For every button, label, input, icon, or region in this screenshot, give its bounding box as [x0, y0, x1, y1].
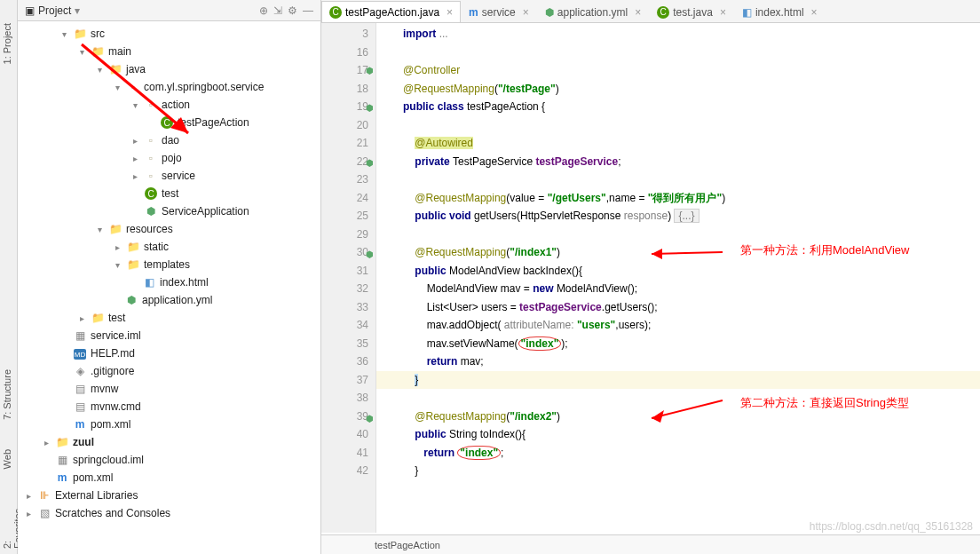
tree-node-action[interactable]: ▾▫action: [18, 96, 320, 114]
close-icon[interactable]: ×: [523, 6, 529, 19]
toolwindow-web-tab[interactable]: Web: [0, 444, 14, 474]
tree-node-java[interactable]: ▾📁java: [18, 60, 320, 78]
spring-bean-icon[interactable]: ⬢: [366, 99, 374, 118]
tree-node-src[interactable]: ▾📁src: [18, 25, 320, 43]
editor-area: CtestPageAction.java× mservice× ⬢applica…: [321, 0, 980, 554]
code-body[interactable]: import ... @Controller @RequestMapping("…: [376, 23, 980, 533]
tree-node-pojo[interactable]: ▸▫pojo: [18, 149, 320, 167]
tree-node-springcloudiml[interactable]: ▦springcloud.iml: [18, 451, 320, 469]
code-editor[interactable]: 3 16 17 18 19 20 21 22 23 24 25 29 30 31…: [321, 23, 980, 533]
tree-node-service[interactable]: ▸▫service: [18, 167, 320, 185]
project-icon: ▣: [25, 4, 35, 17]
tree-node-appyml[interactable]: ⬢application.yml: [18, 291, 320, 309]
tab-service[interactable]: mservice×: [461, 1, 537, 22]
tab-testpageaction[interactable]: CtestPageAction.java×: [321, 1, 461, 22]
spring-bean-icon[interactable]: ⬢: [366, 154, 374, 173]
project-title: Project: [38, 4, 71, 17]
tab-test[interactable]: Ctest.java×: [649, 1, 734, 22]
tree-node-test[interactable]: Ctest: [18, 185, 320, 202]
gear-icon[interactable]: ⚙: [288, 4, 297, 17]
tree-node-scratches[interactable]: ▸▧Scratches and Consoles: [18, 504, 320, 522]
gutter: 3 16 17 18 19 20 21 22 23 24 25 29 30 31…: [321, 23, 376, 533]
toolwindow-project-tab[interactable]: 1: Project: [0, 18, 14, 69]
tree-node-templates[interactable]: ▾📁templates: [18, 256, 320, 273]
project-panel-header: ▣ Project ▾ ⊕ ⇲ ⚙ —: [18, 0, 320, 21]
close-icon[interactable]: ×: [811, 6, 818, 19]
tree-node-dao[interactable]: ▸▫dao: [18, 131, 320, 149]
collapse-icon[interactable]: ⇲: [273, 4, 282, 17]
watermark: https://blog.csdn.net/qq_35161328: [810, 520, 973, 533]
breadcrumb[interactable]: testPageAction: [321, 534, 980, 554]
close-icon[interactable]: ×: [447, 6, 453, 19]
java-class-icon: C: [329, 6, 342, 19]
tree-node-pom2[interactable]: mpom.xml: [18, 469, 320, 487]
maven-icon: m: [469, 6, 478, 19]
yml-icon: ⬢: [545, 6, 554, 19]
tab-applicationyml[interactable]: ⬢application.yml×: [537, 1, 649, 22]
tree-node-zuul[interactable]: ▸📁zuul: [18, 433, 320, 451]
tree-node-serviceiml[interactable]: ▦service.iml: [18, 327, 320, 344]
java-class-icon: C: [657, 6, 669, 19]
spring-bean-icon[interactable]: ⬢: [366, 246, 374, 265]
tree-node-gitignore[interactable]: ◈.gitignore: [18, 362, 320, 380]
tree-node-static[interactable]: ▸📁static: [18, 238, 320, 256]
hide-icon[interactable]: —: [303, 4, 313, 17]
tree-node-main[interactable]: ▾📁main: [18, 43, 320, 60]
spring-bean-icon[interactable]: ⬢: [366, 410, 374, 429]
tree-node-indexhtml[interactable]: ◧index.html: [18, 273, 320, 291]
html-icon: ◧: [742, 6, 752, 19]
tree-node-package[interactable]: ▾▫com.yl.springboot.service: [18, 78, 320, 96]
locate-icon[interactable]: ⊕: [259, 4, 268, 17]
tree-node-mvnwcmd[interactable]: ▤mvnw.cmd: [18, 398, 320, 416]
left-toolbar: 1: Project 7: Structure Web 2: Favorites: [0, 0, 18, 554]
tab-indexhtml[interactable]: ◧index.html×: [734, 1, 826, 22]
toolwindow-structure-tab[interactable]: 7: Structure: [0, 364, 14, 425]
tree-node-resources[interactable]: ▾📁resources: [18, 220, 320, 238]
project-tree[interactable]: ▾📁src ▾📁main ▾📁java ▾▫com.yl.springboot.…: [18, 21, 320, 554]
tree-node-pom[interactable]: mpom.xml: [18, 416, 320, 433]
tree-node-external-libs[interactable]: ▸⊪External Libraries: [18, 487, 320, 504]
tree-node-serviceapp[interactable]: ⬢ServiceApplication: [18, 202, 320, 220]
editor-tabs-bar: CtestPageAction.java× mservice× ⬢applica…: [321, 0, 980, 23]
close-icon[interactable]: ×: [720, 6, 726, 19]
tree-node-testpageaction[interactable]: CtestPageAction: [18, 114, 320, 131]
close-icon[interactable]: ×: [635, 6, 641, 19]
tree-node-mvnw[interactable]: ▤mvnw: [18, 380, 320, 398]
project-panel: ▣ Project ▾ ⊕ ⇲ ⚙ — ▾📁src ▾📁main ▾📁java …: [18, 0, 321, 554]
tree-node-test2[interactable]: ▸📁test: [18, 309, 320, 327]
dropdown-icon[interactable]: ▾: [75, 4, 80, 17]
tree-node-helpmd[interactable]: MDHELP.md: [18, 344, 320, 362]
spring-bean-icon[interactable]: ⬢: [366, 62, 374, 81]
